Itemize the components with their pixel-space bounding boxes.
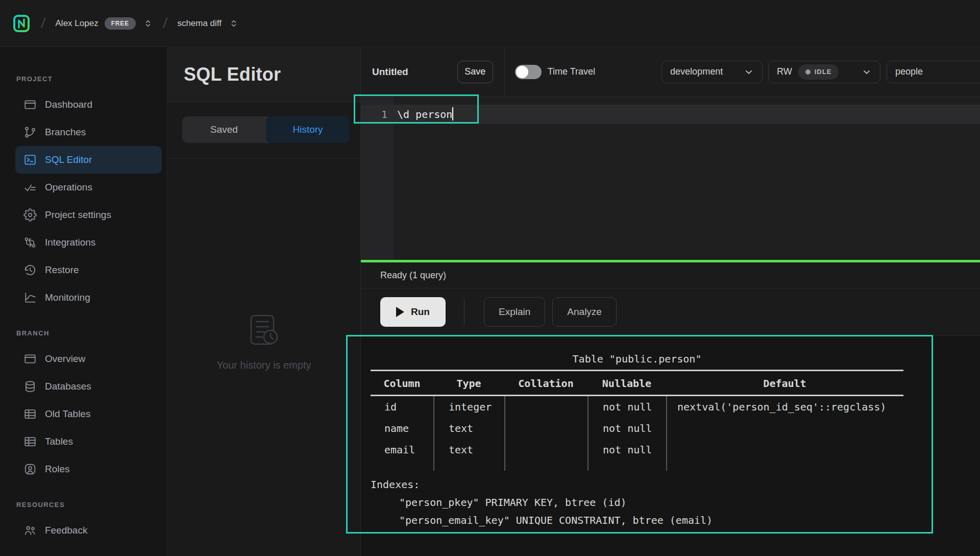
git-branch-icon: [23, 126, 37, 139]
cell-default: [666, 418, 903, 439]
active-line-highlight: [361, 105, 980, 124]
sidebar-section-resources: RESOURCES Feedback: [0, 497, 167, 544]
editor-toolbar: Untitled Save Time Travel development RW…: [361, 47, 980, 97]
app-window: / Alex Lopez FREE / schema diff PROJECT …: [0, 0, 980, 556]
saved-history-tabs: Saved History: [182, 116, 350, 143]
cell-type: text: [433, 439, 504, 461]
breadcrumb-project-name[interactable]: schema diff: [177, 18, 222, 29]
sidebar-item-overview[interactable]: Overview: [15, 345, 162, 373]
breadcrumb-separator: /: [162, 15, 168, 31]
line-number: 1: [361, 105, 387, 124]
sidebar-section-label: PROJECT: [0, 71, 167, 87]
cell-nullable: not null: [587, 418, 666, 439]
sidebar-section-branch: BRANCH Overview Databases Old Tables: [0, 326, 167, 483]
user-badge-icon: [23, 463, 37, 476]
compute-mode: RW: [777, 66, 792, 77]
sidebar-item-label: Old Tables: [45, 408, 90, 420]
table-spacer: [587, 461, 666, 471]
sidebar-item-project-settings[interactable]: Project settings: [15, 201, 162, 229]
column-header: Default: [666, 371, 903, 396]
sidebar-item-label: Restore: [45, 264, 79, 276]
column-header: Type: [433, 371, 504, 396]
query-results-panel[interactable]: Table "public.person" Column Type Collat…: [361, 336, 980, 556]
sidebar-item-label: Monitoring: [45, 292, 90, 303]
sidebar-item-sql-editor[interactable]: SQL Editor: [15, 146, 162, 174]
project-switcher-unfold-icon[interactable]: [229, 18, 239, 29]
play-icon: [396, 307, 404, 317]
query-title[interactable]: Untitled: [372, 66, 408, 78]
cell-collation: [504, 418, 587, 439]
table-spacer: [371, 461, 433, 471]
checklist-icon: [23, 181, 37, 194]
sidebar-item-branches[interactable]: Branches: [15, 118, 162, 146]
sql-editor-icon: [23, 153, 37, 166]
result-table: Column Type Collation Nullable Default i…: [371, 370, 903, 471]
actions-bar: Run Explain Analyze: [361, 288, 980, 336]
editor-panel: Untitled Save Time Travel development RW…: [361, 47, 980, 556]
result-table-title: Table "public.person": [371, 348, 903, 370]
branch-select[interactable]: development: [662, 61, 763, 83]
compute-select[interactable]: RW IDLE: [768, 61, 880, 83]
divider: [464, 299, 464, 325]
sidebar-item-old-tables[interactable]: Old Tables: [15, 400, 162, 428]
sidebar-item-label: Operations: [45, 182, 92, 193]
panel-header: SQL Editor: [167, 47, 360, 102]
sidebar-item-dashboard[interactable]: Dashboard: [15, 91, 162, 118]
empty-history-icon: [247, 312, 281, 352]
sql-code-editor[interactable]: 1 \d person: [361, 97, 980, 260]
sidebar-item-label: Overview: [45, 353, 85, 365]
run-button-label: Run: [411, 306, 430, 318]
tab-history[interactable]: History: [266, 116, 350, 143]
sidebar-item-tables[interactable]: Tables: [15, 428, 162, 455]
chart-icon: [23, 291, 37, 304]
text-cursor: [452, 107, 453, 120]
time-travel-toggle[interactable]: [515, 65, 542, 79]
explain-button[interactable]: Explain: [484, 297, 545, 327]
status-dot-icon: [805, 69, 811, 75]
plan-badge: FREE: [105, 17, 136, 30]
sidebar-item-label: Tables: [45, 436, 73, 447]
sidebar-item-feedback[interactable]: Feedback: [15, 517, 162, 544]
users-icon: [23, 524, 37, 537]
neon-logo-icon[interactable]: [13, 13, 31, 34]
code-text: \d person: [397, 108, 452, 120]
analyze-button[interactable]: Analyze: [552, 297, 617, 327]
table-icon: [23, 435, 37, 448]
table-icon: [23, 407, 37, 421]
cell-collation: [504, 439, 587, 461]
sidebar-section-project: PROJECT Dashboard Branches SQL Editor: [0, 71, 167, 311]
database-select-value: people: [895, 66, 923, 77]
sidebar-item-label: Feedback: [45, 525, 87, 536]
sidebar-item-label: Branches: [45, 127, 86, 138]
cell-collation: [504, 396, 587, 418]
status-bar: Ready (1 query): [361, 262, 980, 288]
sidebar-item-operations[interactable]: Operations: [15, 174, 162, 201]
sidebar-item-label: Databases: [45, 381, 91, 392]
cell-column: email: [371, 439, 433, 461]
index-entry: "person_email_key" UNIQUE CONSTRAINT, bt…: [371, 512, 903, 529]
sidebar-item-restore[interactable]: Restore: [15, 256, 162, 284]
index-entry: "person_pkey" PRIMARY KEY, btree (id): [371, 494, 903, 512]
dashboard-icon: [23, 98, 37, 111]
compute-status-badge: IDLE: [798, 64, 839, 80]
sidebar-item-databases[interactable]: Databases: [15, 373, 162, 400]
cell-column: name: [371, 418, 433, 439]
database-select[interactable]: people: [887, 61, 980, 83]
sidebar-section-label: BRANCH: [0, 326, 167, 341]
run-button[interactable]: Run: [380, 297, 446, 327]
sidebar-item-integrations[interactable]: Integrations: [15, 229, 162, 256]
history-clock-icon: [23, 263, 37, 277]
table-spacer: [504, 461, 587, 471]
cell-default: nextval('person_id_seq'::regclass): [666, 396, 903, 418]
code-line[interactable]: \d person: [397, 105, 453, 124]
sidebar-item-roles[interactable]: Roles: [15, 455, 162, 483]
database-icon: [23, 380, 37, 393]
org-switcher-unfold-icon[interactable]: [143, 18, 153, 29]
breadcrumb-org-name[interactable]: Alex Lopez: [56, 18, 99, 29]
save-button[interactable]: Save: [457, 61, 493, 83]
tab-saved[interactable]: Saved: [182, 116, 266, 143]
column-header: Nullable: [587, 371, 666, 396]
psql-output: Table "public.person" Column Type Collat…: [371, 348, 903, 529]
table-spacer: [433, 461, 504, 471]
sidebar-item-monitoring[interactable]: Monitoring: [15, 284, 162, 311]
